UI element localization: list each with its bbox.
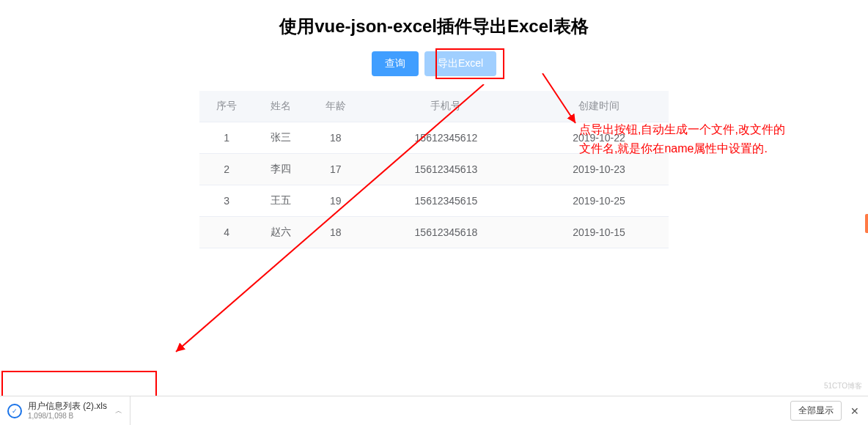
col-age: 年龄	[309, 91, 363, 122]
watermark: 51CTO博客	[824, 381, 862, 391]
cell-phone: 15612345613	[363, 154, 529, 185]
annotation-line1: 点导出按钮,自动生成一个文件,改文件的	[579, 120, 785, 139]
cell-created: 2019-10-23	[529, 154, 669, 185]
cell-name: 赵六	[254, 217, 308, 248]
query-button[interactable]: 查询	[372, 51, 419, 76]
close-icon[interactable]: ✕	[850, 405, 859, 417]
table-row: 3 王五 19 15612345615 2019-10-25	[199, 185, 669, 217]
edge-strip	[865, 214, 868, 233]
cell-created: 2019-10-25	[529, 185, 669, 217]
cell-name: 张三	[254, 122, 308, 154]
cell-name: 李四	[254, 154, 308, 185]
cell-phone: 15612345615	[363, 185, 529, 217]
download-bar-right: 全部显示 ✕	[790, 401, 868, 421]
data-table: 序号 姓名 年龄 手机号 创建时间 1 张三 18 15612345612 20…	[199, 91, 669, 248]
cell-age: 19	[309, 185, 363, 217]
file-icon: ✓	[7, 404, 22, 418]
cell-age: 18	[309, 122, 363, 154]
cell-index: 1	[199, 122, 254, 154]
cell-age: 17	[309, 154, 363, 185]
page-title: 使用vue-json-excel插件导出Excel表格	[0, 15, 868, 38]
show-all-button[interactable]: 全部显示	[790, 401, 842, 421]
export-excel-button[interactable]: 导出Excel	[424, 51, 496, 76]
col-index: 序号	[199, 91, 254, 122]
download-bar: ✓ 用户信息列表 (2).xls 1,098/1,098 B ︿ 全部显示 ✕	[0, 396, 868, 425]
cell-index: 3	[199, 185, 254, 217]
file-name: 用户信息列表 (2).xls	[28, 401, 111, 411]
cell-phone: 15612345618	[363, 217, 529, 248]
col-name: 姓名	[254, 91, 308, 122]
cell-name: 王五	[254, 185, 308, 217]
button-row: 查询 导出Excel	[0, 51, 868, 76]
table-row: 4 赵六 18 15612345618 2019-10-15	[199, 217, 669, 248]
file-size: 1,098/1,098 B	[28, 412, 111, 421]
cell-index: 4	[199, 217, 254, 248]
chevron-up-icon[interactable]: ︿	[115, 406, 122, 416]
table-header-row: 序号 姓名 年龄 手机号 创建时间	[199, 91, 669, 122]
table-row: 2 李四 17 15612345613 2019-10-23	[199, 154, 669, 185]
col-created: 创建时间	[529, 91, 669, 122]
cell-age: 18	[309, 217, 363, 248]
cell-index: 2	[199, 154, 254, 185]
cell-created: 2019-10-15	[529, 217, 669, 248]
cell-phone: 15612345612	[363, 122, 529, 154]
annotation-line2: 文件名,就是你在name属性中设置的.	[579, 139, 785, 158]
download-item[interactable]: ✓ 用户信息列表 (2).xls 1,098/1,098 B ︿	[0, 396, 130, 425]
file-info: 用户信息列表 (2).xls 1,098/1,098 B	[28, 401, 111, 420]
annotation-text: 点导出按钮,自动生成一个文件,改文件的 文件名,就是你在name属性中设置的.	[579, 120, 785, 158]
col-phone: 手机号	[363, 91, 529, 122]
